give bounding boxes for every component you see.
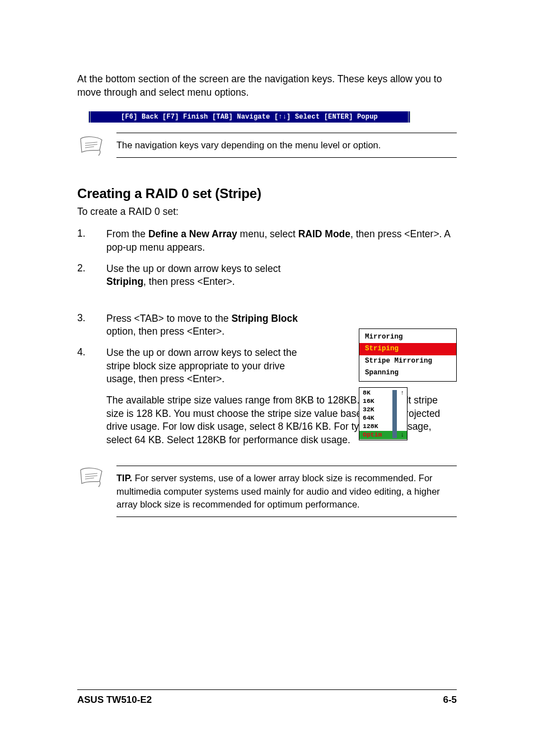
- step-number: 4.: [77, 346, 106, 386]
- step-number: 1.: [77, 228, 106, 254]
- tip-block: TIP. For server systems, use of a lower …: [77, 466, 457, 516]
- block-size-option-16k[interactable]: 16K: [359, 397, 407, 406]
- note-icon: [77, 134, 104, 157]
- raid-mode-option-mirroring[interactable]: Mirroring: [359, 331, 456, 343]
- stripe-block-popup[interactable]: ↑ ↓ 8K 16K 32K 64K 128K Optim: [359, 387, 407, 440]
- raid-mode-option-spanning[interactable]: Spanning: [359, 367, 456, 379]
- note-icon: [77, 466, 104, 488]
- step-1: 1. From the Define a New Array menu, sel…: [77, 228, 457, 254]
- navigation-keys-bar: [F6] Back [F7] Finish [TAB] Navigate [↑↓…: [88, 111, 410, 123]
- raid-mode-option-stripe-mirroring[interactable]: Stripe Mirroring: [359, 355, 456, 367]
- step-number: 3.: [77, 312, 106, 339]
- block-size-option-128k[interactable]: 128K: [359, 422, 407, 431]
- block-size-option-8k[interactable]: 8K: [359, 389, 407, 397]
- step-3-bold: Striping Block: [231, 313, 298, 324]
- step-1-text-b: menu, select: [237, 228, 298, 240]
- step-3-text-a: Press <TAB> to move to the: [106, 313, 231, 324]
- block-size-option-32k[interactable]: 32K: [359, 406, 407, 414]
- block-size-option-optim[interactable]: Optim: [359, 431, 407, 439]
- step-1-text-a: From the: [106, 228, 148, 240]
- footer-page-number: 6-5: [443, 694, 457, 706]
- step-4-text: Use the up or down arrow keys to select …: [106, 346, 308, 386]
- step-number: 2.: [77, 262, 106, 289]
- step-2-text-b: , then press <Enter>.: [143, 276, 235, 287]
- raid-mode-popup[interactable]: Mirroring Striping Stripe Mirroring Span…: [359, 328, 457, 382]
- intro-text: At the bottom section of the screen are …: [77, 73, 457, 99]
- scrollbar[interactable]: [392, 390, 397, 438]
- page-footer: ASUS TW510-E2 6-5: [77, 689, 457, 706]
- raid-mode-option-striping[interactable]: Striping: [359, 343, 456, 355]
- note-text: The navigation keys vary depending on th…: [116, 139, 457, 152]
- tip-text: For server systems, use of a lower array…: [116, 473, 440, 509]
- arrow-down-icon: ↓: [400, 431, 404, 439]
- note-block: The navigation keys vary depending on th…: [77, 133, 457, 158]
- step-1-bold-a: Define a New Array: [148, 228, 237, 240]
- step-2-text-a: Use the up or down arrow keys to select: [106, 263, 280, 274]
- step-2: 2. Use the up or down arrow keys to sele…: [77, 262, 457, 289]
- section-heading: Creating a RAID 0 set (Stripe): [77, 186, 457, 201]
- block-size-option-64k[interactable]: 64K: [359, 414, 407, 422]
- step-2-bold: Striping: [106, 276, 143, 287]
- footer-product: ASUS TW510-E2: [77, 694, 152, 706]
- section-subtext: To create a RAID 0 set:: [77, 206, 457, 218]
- tip-label: TIP.: [116, 473, 132, 483]
- arrow-up-icon: ↑: [400, 389, 404, 397]
- step-1-bold-b: RAID Mode: [298, 228, 350, 240]
- step-3-text-b: option, then press <Enter>.: [106, 326, 224, 337]
